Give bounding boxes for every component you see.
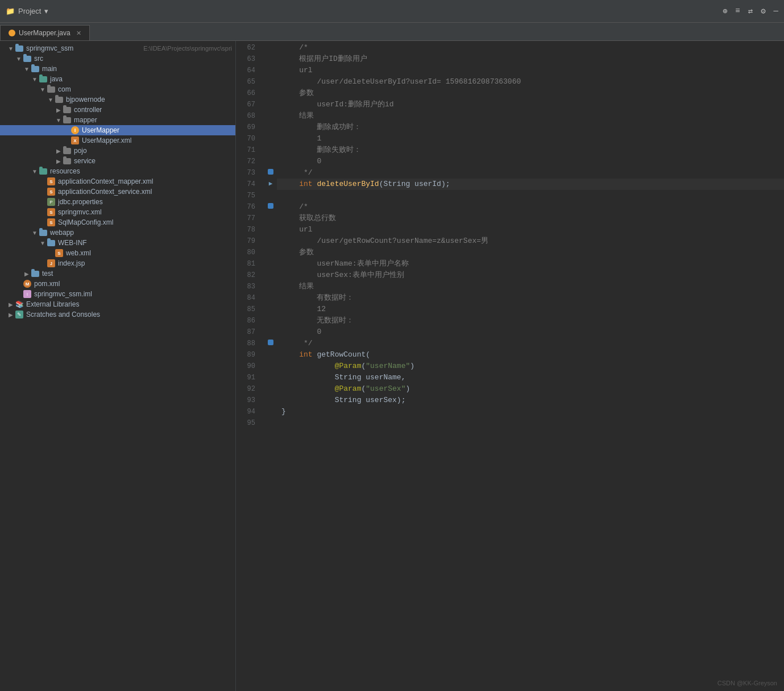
watermark: CSDN @KK-Greyson (717, 680, 777, 686)
code-line: url (277, 65, 784, 76)
line-number: 77 (236, 213, 260, 224)
maven-icon: M (23, 280, 32, 288)
method-gutter-icon (268, 340, 273, 345)
locate-icon[interactable]: ⊕ (723, 6, 727, 16)
tree-label: applicationContext_mapper.xml (58, 177, 232, 185)
code-segment: ( (379, 179, 384, 190)
code-segment: url (281, 65, 313, 76)
line-number: 76 (236, 201, 260, 213)
tree-item-applicationContext-service[interactable]: SapplicationContext_service.xml (0, 187, 235, 197)
gutter: ▶ (264, 41, 277, 691)
folder-blue-icon (23, 55, 32, 63)
xml-spring-icon: S (47, 208, 56, 216)
code-line: /* (277, 42, 784, 53)
arrow-icon: ▼ (31, 230, 39, 236)
collapse-icon[interactable]: ≡ (735, 6, 740, 16)
settings-icon[interactable]: ⚙ (761, 6, 765, 16)
code-lines[interactable]: /* 根据用户ID删除用户 url /user/deleteUserById?u… (277, 41, 784, 691)
jsp-icon: J (47, 259, 56, 267)
tree-item-src[interactable]: ▼src (0, 53, 235, 64)
tree-item-web-inf[interactable]: ▼WEB-INF (0, 238, 235, 248)
code-line: } (277, 406, 784, 417)
code-line: 12 (277, 304, 784, 315)
tree-item-usermapper-xml[interactable]: XUserMapper.xml (0, 135, 235, 146)
gutter-row (264, 394, 277, 405)
tree-label: web.xml (66, 249, 232, 257)
extlib-icon: 📚 (15, 300, 24, 308)
gutter-row (264, 280, 277, 291)
tree-item-pojo[interactable]: ▶pojo (0, 146, 235, 156)
line-number: 92 (236, 383, 260, 395)
folder-teal-icon (39, 167, 48, 175)
code-line: String userSex); (277, 395, 784, 406)
line-number: 64 (236, 65, 260, 76)
line-number: 75 (236, 190, 260, 201)
project-tree[interactable]: ▼springmvc_ssmE:\IDEA\Projects\springmvc… (0, 43, 235, 320)
folder-icon (55, 96, 64, 104)
code-segment: userSex); (361, 395, 405, 406)
tree-label: test (42, 270, 232, 278)
folder-blue-icon (31, 270, 40, 278)
project-title[interactable]: 📁 Project ▾ (6, 7, 48, 15)
tree-item-pom-xml[interactable]: Mpom.xml (0, 279, 235, 289)
line-number: 74 (236, 179, 260, 190)
line-numbers: 6263646566676869707172737475767778798081… (236, 41, 264, 691)
tree-item-java[interactable]: ▼java (0, 74, 235, 84)
code-segment: "userSex" (366, 383, 405, 395)
gutter-row (264, 348, 277, 359)
tree-item-resources[interactable]: ▼resources (0, 166, 235, 176)
xml-spring-icon: S (47, 218, 56, 226)
tree-item-sqlmapconfig[interactable]: SSqlMapConfig.xml (0, 217, 235, 227)
code-segment: */ (281, 167, 313, 179)
code-content[interactable]: 6263646566676869707172737475767778798081… (236, 41, 784, 691)
tree-item-jdbc-props[interactable]: Pjdbc.properties (0, 197, 235, 207)
tree-item-index-jsp[interactable]: Jindex.jsp (0, 258, 235, 268)
tree-item-main[interactable]: ▼main (0, 64, 235, 74)
tree-label: java (50, 75, 232, 83)
code-editor[interactable]: 6263646566676869707172737475767778798081… (236, 41, 784, 691)
tree-item-com[interactable]: ▼com (0, 84, 235, 94)
code-segment: ) (410, 361, 414, 372)
tree-item-bjpowernode[interactable]: ▼bjpowernode (0, 94, 235, 105)
tree-item-springmvc-ssm[interactable]: ▼springmvc_ssmE:\IDEA\Projects\springmvc… (0, 43, 235, 53)
tree-label: UserMapper (82, 126, 232, 134)
code-segment: userId:删除用户的id (281, 99, 394, 110)
tree-item-controller[interactable]: ▶controller (0, 105, 235, 115)
code-segment: 删除失败时： (281, 144, 361, 156)
arrow-icon: ▶ (7, 312, 15, 318)
line-number: 62 (236, 42, 260, 53)
chevron-down-icon[interactable]: ▾ (44, 7, 48, 15)
tree-label: springmvc_ssm.iml (34, 290, 232, 298)
project-label[interactable]: Project (18, 7, 41, 15)
minimize-icon[interactable]: — (774, 6, 778, 16)
code-line: userSex:表单中用户性别 (277, 270, 784, 281)
tree-item-springmvc-xml[interactable]: Sspringmvc.xml (0, 207, 235, 217)
line-number: 80 (236, 247, 260, 258)
close-tab-button[interactable]: ✕ (76, 30, 81, 37)
arrow-icon: ▶ (55, 148, 63, 154)
tree-item-applicationContext-mapper[interactable]: SapplicationContext_mapper.xml (0, 176, 235, 187)
iml-icon: I (23, 290, 32, 298)
tree-item-scratches[interactable]: ▶✎Scratches and Consoles (0, 309, 235, 320)
tab-usermapper[interactable]: UserMapper.java ✕ (0, 25, 90, 40)
tree-item-service[interactable]: ▶service (0, 156, 235, 166)
tree-label: com (58, 85, 232, 93)
gutter-row (264, 416, 277, 428)
code-line: 0 (277, 326, 784, 338)
gutter-row (264, 52, 277, 64)
tree-item-webapp[interactable]: ▼webapp (0, 227, 235, 238)
code-line: 1 (277, 133, 784, 144)
tree-item-test[interactable]: ▶test (0, 268, 235, 279)
folder-icon (63, 106, 72, 114)
expand-icon[interactable]: ⇄ (748, 6, 753, 16)
tree-item-mapper[interactable]: ▼mapper (0, 115, 235, 125)
tree-label: resources (50, 167, 232, 175)
line-number: 78 (236, 224, 260, 235)
sidebar[interactable]: ▼springmvc_ssmE:\IDEA\Projects\springmvc… (0, 41, 236, 691)
run-gutter-icon[interactable]: ▶ (269, 180, 273, 187)
tree-item-usermapper-file[interactable]: IUserMapper (0, 125, 235, 135)
code-segment: "userName" (366, 361, 410, 372)
tree-item-web-xml[interactable]: Sweb.xml (0, 248, 235, 258)
tree-item-external-libraries[interactable]: ▶📚External Libraries (0, 299, 235, 309)
tree-item-springmvc-iml[interactable]: Ispringmvc_ssm.iml (0, 289, 235, 299)
